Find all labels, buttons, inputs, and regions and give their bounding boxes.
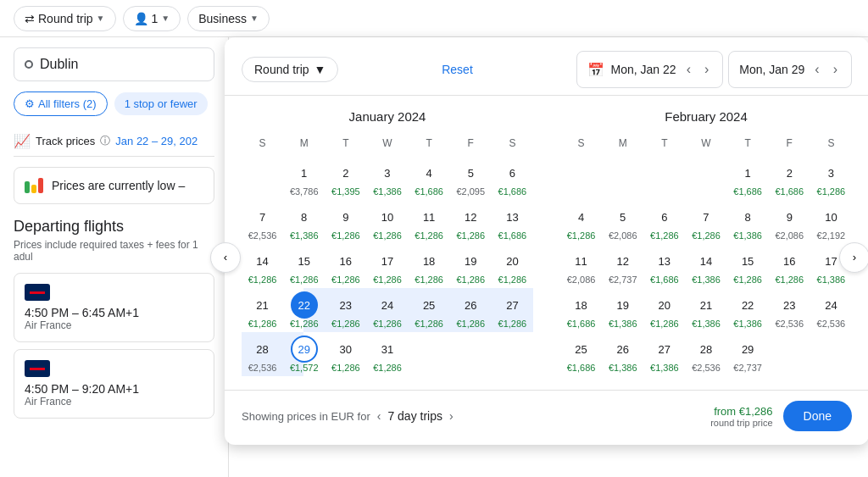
cal-grid-0: 1€3,7862€1,3953€1,3864€1,6865€2,0956€1,6… <box>242 156 533 376</box>
calendar-day-cell[interactable]: 5€2,095 <box>450 156 492 200</box>
stops-filter-button[interactable]: 1 stop or fewer <box>114 92 208 115</box>
calendar-day-cell[interactable]: 6€1,286 <box>643 200 685 244</box>
calendar-day-cell[interactable]: 8€1,386 <box>283 200 325 244</box>
done-button[interactable]: Done <box>783 401 852 431</box>
calendar-day-cell[interactable]: 22€1,386 <box>727 288 769 332</box>
track-dates: Jan 22 – 29, 202 <box>115 135 198 147</box>
calendar-day-cell[interactable]: 7€2,536 <box>242 200 283 244</box>
calendar-prev-button[interactable]: ‹ <box>210 242 241 273</box>
calendar-day-cell[interactable]: 4€1,286 <box>560 200 602 244</box>
all-filters-button[interactable]: ⚙ All filters (2) <box>14 92 108 116</box>
calendar-day-cell[interactable]: 3€1,286 <box>810 156 852 200</box>
calendar-day-cell[interactable]: 2€1,686 <box>769 156 810 200</box>
calendar-day-cell[interactable]: 9€2,086 <box>769 200 810 244</box>
day-price: €1,286 <box>331 275 360 285</box>
flight-card-1[interactable]: 4:50 PM – 6:45 AM+1 Air France <box>14 273 214 342</box>
calendar-day-cell[interactable]: 4€1,686 <box>409 156 450 200</box>
calendar-day-cell <box>492 332 533 376</box>
calendar-trip-type-button[interactable]: Round trip ▼ <box>242 57 338 82</box>
calendar-day-cell[interactable]: 31€1,286 <box>366 332 408 376</box>
calendar-day-cell[interactable]: 13€1,686 <box>643 244 685 288</box>
trip-days-next-button[interactable]: › <box>449 409 453 423</box>
passengers-button[interactable]: 👤 1 ▼ <box>123 6 181 31</box>
calendar-day-cell[interactable]: 23€1,286 <box>325 288 366 332</box>
calendar-day-cell[interactable]: 24€2,536 <box>810 288 852 332</box>
day-number: 18 <box>568 291 595 319</box>
calendar-day-cell[interactable]: 14€1,286 <box>242 244 283 288</box>
calendar-day-cell[interactable]: 15€1,286 <box>283 244 325 288</box>
calendar-day-cell[interactable]: 29€2,737 <box>727 332 769 376</box>
calendar-day-cell[interactable]: 21€1,286 <box>242 288 283 332</box>
calendar-day-cell[interactable]: 9€1,286 <box>325 200 366 244</box>
calendar-day-cell[interactable]: 16€1,286 <box>325 244 366 288</box>
calendar-day-cell[interactable]: 18€1,286 <box>409 244 450 288</box>
flight-card-2[interactable]: 4:50 PM – 9:20 AM+1 Air France <box>14 349 214 419</box>
date-from-next-button[interactable]: › <box>701 58 712 80</box>
day-header: W <box>366 134 408 153</box>
class-button[interactable]: Business ▼ <box>187 6 270 31</box>
calendar-day-cell[interactable]: 26€1,386 <box>602 332 643 376</box>
calendar-day-cell[interactable]: 13€1,686 <box>492 200 533 244</box>
date-to-label: Mon, Jan 29 <box>739 63 804 76</box>
search-origin[interactable]: Dublin <box>14 47 214 81</box>
calendar-day-cell[interactable]: 27€1,286 <box>492 288 533 332</box>
day-price: €1,286 <box>290 319 319 329</box>
prices-text: Prices are currently low – <box>52 179 185 192</box>
reset-button[interactable]: Reset <box>442 63 473 76</box>
calendar-day-cell[interactable]: 11€2,086 <box>560 244 602 288</box>
day-price: €1,286 <box>817 186 846 197</box>
date-from-prev-button[interactable]: ‹ <box>683 58 694 80</box>
calendar-day-cell[interactable]: 28€2,536 <box>242 332 283 376</box>
calendar-day-cell[interactable]: 1€3,786 <box>283 156 325 200</box>
calendar-day-cell[interactable]: 12€2,737 <box>602 244 643 288</box>
day-price: €2,086 <box>775 230 804 241</box>
calendar-day-cell[interactable]: 22€1,286 <box>283 288 325 332</box>
date-to-prev-button[interactable]: ‹ <box>811 58 822 80</box>
calendar-day-cell[interactable]: 29€1,572 <box>283 332 325 376</box>
calendar-day-cell[interactable]: 27€1,386 <box>643 332 685 376</box>
calendar-day-cell[interactable]: 1€1,686 <box>727 156 769 200</box>
trip-days-prev-button[interactable]: ‹ <box>377 409 381 423</box>
calendar-day-cell[interactable]: 8€1,386 <box>727 200 769 244</box>
calendar-day-cell[interactable]: 19€1,286 <box>450 244 492 288</box>
calendar-day-cell[interactable]: 3€1,386 <box>366 156 408 200</box>
calendar-day-cell[interactable]: 25€1,286 <box>409 288 450 332</box>
calendar-day-cell[interactable]: 18€1,686 <box>560 288 602 332</box>
calendar-day-cell[interactable]: 15€1,286 <box>727 244 769 288</box>
calendar-day-cell[interactable]: 14€1,386 <box>685 244 726 288</box>
calendar-day-cell[interactable]: 24€1,286 <box>366 288 408 332</box>
calendar-day-cell[interactable]: 16€1,286 <box>769 244 810 288</box>
day-number: 9 <box>332 203 359 230</box>
calendar-day-cell[interactable]: 10€2,192 <box>810 200 852 244</box>
calendar-day-cell[interactable]: 10€1,286 <box>366 200 408 244</box>
calendar-day-cell[interactable]: 25€1,686 <box>560 332 602 376</box>
date-to-next-button[interactable]: › <box>830 58 841 80</box>
origin-text: Dublin <box>40 57 78 72</box>
day-number: 14 <box>693 247 720 275</box>
footer-right: from €1,286 round trip price Done <box>710 401 852 431</box>
day-number: 24 <box>374 291 401 319</box>
round-trip-button[interactable]: ⇄ Round trip ▼ <box>14 6 116 31</box>
calendar-day-cell[interactable]: 28€2,536 <box>685 332 726 376</box>
bar-1 <box>25 181 30 193</box>
info-icon[interactable]: ⓘ <box>100 134 110 148</box>
calendar-day-cell[interactable]: 6€1,686 <box>492 156 533 200</box>
calendar-day-cell[interactable]: 20€1,286 <box>492 244 533 288</box>
flight-time-2: 4:50 PM – 9:20 AM+1 <box>25 382 203 396</box>
calendar-day-cell[interactable]: 19€1,386 <box>602 288 643 332</box>
calendar-day-cell[interactable]: 17€1,286 <box>366 244 408 288</box>
calendar-next-button[interactable]: › <box>839 242 868 273</box>
calendar-day-cell[interactable]: 21€1,386 <box>685 288 726 332</box>
af-logo-bar <box>30 291 45 294</box>
calendar-day-cell[interactable]: 2€1,395 <box>325 156 366 200</box>
calendar-day-cell[interactable]: 23€2,536 <box>769 288 810 332</box>
calendar-day-cell <box>810 332 852 376</box>
calendar-day-cell[interactable]: 11€1,286 <box>409 200 450 244</box>
day-number: 22 <box>734 291 761 319</box>
calendar-day-cell[interactable]: 20€1,286 <box>643 288 685 332</box>
calendar-day-cell[interactable]: 30€1,286 <box>325 332 366 376</box>
calendar-day-cell[interactable]: 7€1,286 <box>685 200 726 244</box>
calendar-day-cell[interactable]: 5€2,086 <box>602 200 643 244</box>
calendar-day-cell[interactable]: 12€1,286 <box>450 200 492 244</box>
calendar-day-cell[interactable]: 26€1,286 <box>450 288 492 332</box>
